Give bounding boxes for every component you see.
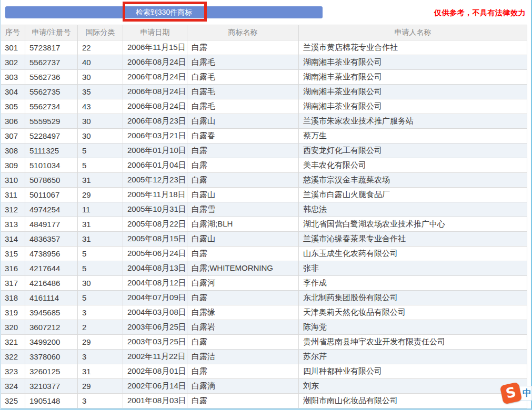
table-row: 303 5562736 30 2006年08月24日 白露毛 湖南湘丰茶业有限公… — [1, 70, 527, 85]
cell-date: 2006年11月15日 — [123, 40, 187, 55]
cell-mark-name[interactable]: 白露 — [187, 144, 299, 158]
cell-mark-name[interactable]: 白露 — [187, 364, 299, 379]
cell-mark-name[interactable]: 白露;WHITEMORNING — [187, 261, 299, 276]
cell-class: 2 — [78, 320, 123, 335]
page-header: 检索到330件商标 仅供参考，不具有法律效力 — [0, 0, 532, 25]
cell-reg-no[interactable]: 5562737 — [25, 55, 78, 70]
cell-mark-name[interactable]: 白露 — [187, 335, 299, 350]
cell-applicant: 兰溪市黄店棉花专业合作社 — [299, 40, 527, 55]
cell-serial: 309 — [1, 158, 25, 173]
cell-reg-no[interactable]: 5562735 — [25, 85, 78, 99]
cell-date: 2005年08月15日 — [123, 232, 187, 247]
cell-reg-no[interactable]: 5011067 — [25, 188, 78, 202]
cell-reg-no[interactable]: 3260125 — [25, 364, 78, 379]
cell-reg-no[interactable]: 4836357 — [25, 232, 78, 247]
cell-mark-name[interactable]: 白露河 — [187, 276, 299, 291]
cell-reg-no[interactable]: 3378060 — [25, 350, 78, 364]
cell-serial: 308 — [1, 144, 25, 158]
cell-reg-no[interactable]: 4217644 — [25, 261, 78, 276]
table-row: 314 4836357 31 2005年08月15日 白露山 兰溪市沁缘春茶果专… — [1, 232, 527, 247]
cell-reg-no[interactable]: 3499200 — [25, 335, 78, 350]
cell-date: 2005年11月18日 — [123, 188, 187, 202]
cell-mark-name[interactable]: 白露 — [187, 40, 299, 55]
cell-class: 5 — [78, 144, 123, 158]
cell-reg-no[interactable]: 4974254 — [25, 202, 78, 217]
cell-serial: 318 — [1, 291, 25, 305]
cell-reg-no[interactable]: 3607212 — [25, 320, 78, 335]
table-row: 309 5101034 5 2006年01月04日 白露 美丰农化有限公司 — [1, 158, 527, 173]
sogou-badge-icon[interactable]: S — [500, 382, 523, 405]
table-row: 315 4738956 5 2005年06月24日 白露 山东玉成生化农药有限公… — [1, 247, 527, 261]
table-row: 311 5011067 29 2005年11月18日 白露山 兰溪市白露山火腿食… — [1, 188, 527, 202]
table-row: 324 3210377 29 2002年06月14日 白露滴 刘东 — [1, 379, 527, 394]
cell-mark-name[interactable]: 白露山 — [187, 114, 299, 129]
cell-reg-no[interactable]: 3210377 — [25, 379, 78, 394]
cell-mark-name[interactable]: 白露缘 — [187, 305, 299, 320]
cell-reg-no[interactable]: 4849177 — [25, 217, 78, 232]
cell-reg-no[interactable]: 5078650 — [25, 173, 78, 188]
cell-reg-no[interactable]: 4161114 — [25, 291, 78, 305]
cell-mark-name[interactable]: 白露春 — [187, 129, 299, 144]
cell-reg-no[interactable]: 5111325 — [25, 144, 78, 158]
cell-applicant: 苏尔芹 — [299, 350, 527, 364]
cell-serial: 320 — [1, 320, 25, 335]
cell-date: 2006年08月24日 — [123, 55, 187, 70]
cell-mark-name[interactable]: 白露毛 — [187, 55, 299, 70]
cell-mark-name[interactable]: 白露雪 — [187, 202, 299, 217]
cell-mark-name[interactable]: 白露毛 — [187, 85, 299, 99]
cell-reg-no[interactable]: 5559529 — [25, 114, 78, 129]
cell-mark-name[interactable]: 白露岩 — [187, 320, 299, 335]
cell-reg-no[interactable]: 1905148 — [25, 394, 78, 408]
cell-reg-no[interactable]: 5101034 — [25, 158, 78, 173]
column-header-class: 国际分类 — [78, 25, 123, 40]
cell-reg-no[interactable]: 5562736 — [25, 70, 78, 85]
cell-applicant: 天津奥莉天然化妆品有限公司 — [299, 305, 527, 320]
cell-class: 3 — [78, 350, 123, 364]
cell-date: 2005年06月24日 — [123, 247, 187, 261]
table-row: 304 5562735 35 2006年08月24日 白露毛 湖南湘丰茶业有限公… — [1, 85, 527, 99]
legal-disclaimer-text: 仅供参考，不具有法律效力 — [434, 8, 526, 18]
cell-mark-name[interactable]: 白露 — [187, 173, 299, 188]
cell-applicant: 张非 — [299, 261, 527, 276]
cell-reg-no[interactable]: 5562734 — [25, 99, 78, 114]
table-row: 313 4849177 31 2005年08月22日 白露湖;BLH 湖北省国营… — [1, 217, 527, 232]
cell-mark-name[interactable]: 白露 — [187, 158, 299, 173]
cell-reg-no[interactable]: 4216486 — [25, 276, 78, 291]
cell-class: 31 — [78, 173, 123, 188]
cell-applicant: 慈溪市宗汉金丰蔬菜农场 — [299, 173, 527, 188]
cell-mark-name[interactable]: 白露 — [187, 394, 299, 408]
cell-date: 2005年08月22日 — [123, 217, 187, 232]
cell-date: 2006年08月23日 — [123, 114, 187, 129]
cell-date: 2006年08月24日 — [123, 85, 187, 99]
cell-class: 3 — [78, 305, 123, 320]
cell-date: 2006年08月24日 — [123, 99, 187, 114]
cell-mark-name[interactable]: 白露毛 — [187, 70, 299, 85]
cell-reg-no[interactable]: 5228497 — [25, 129, 78, 144]
cell-date: 2004年08月13日 — [123, 261, 187, 276]
cell-mark-name[interactable]: 白露 — [187, 247, 299, 261]
cell-mark-name[interactable]: 白露山 — [187, 232, 299, 247]
cell-applicant: 山东玉成生化农药有限公司 — [299, 247, 527, 261]
cell-date: 2005年10月31日 — [123, 202, 187, 217]
cell-date: 2001年08月03日 — [123, 394, 187, 408]
cell-applicant: 韩忠法 — [299, 202, 527, 217]
cell-mark-name[interactable]: 白露毛 — [187, 99, 299, 114]
cell-reg-no[interactable]: 5723817 — [25, 40, 78, 55]
cell-class: 30 — [78, 129, 123, 144]
cell-class: 5 — [78, 291, 123, 305]
cell-class: 29 — [78, 379, 123, 394]
cell-mark-name[interactable]: 白露滴 — [187, 379, 299, 394]
cell-class: 30 — [78, 70, 123, 85]
cell-mark-name[interactable]: 白露 — [187, 291, 299, 305]
cell-mark-name[interactable]: 白露湖;BLH — [187, 217, 299, 232]
cell-class: 3 — [78, 394, 123, 408]
cell-reg-no[interactable]: 4738956 — [25, 247, 78, 261]
cell-mark-name[interactable]: 白露山 — [187, 188, 299, 202]
column-header-serial: 序号 — [1, 25, 25, 40]
column-header-date: 申请日期 — [123, 25, 187, 40]
cell-serial: 311 — [1, 188, 25, 202]
cell-mark-name[interactable]: 白露洁 — [187, 350, 299, 364]
cell-date: 2004年07月09日 — [123, 291, 187, 305]
cell-applicant: 贵州省思南县坤宇农业开发有限责任公司 — [299, 335, 527, 350]
cell-reg-no[interactable]: 3945685 — [25, 305, 78, 320]
